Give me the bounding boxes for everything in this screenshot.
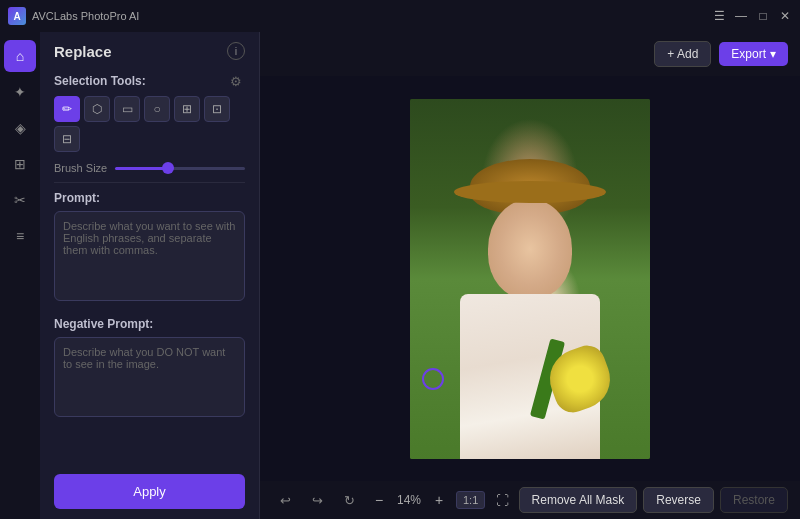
menu-button[interactable]: ☰ [712,9,726,23]
negative-prompt-label: Negative Prompt: [54,317,245,331]
prompt-section: Prompt: [40,185,259,311]
tools-grid: ✏ ⬡ ▭ ○ ⊞ ⊡ ⊟ [54,96,245,152]
reverse-button[interactable]: Reverse [643,487,714,513]
undo-button[interactable]: ↩ [272,487,298,513]
prompt-textarea[interactable] [54,211,245,301]
main-container: ⌂ ✦ ◈ ⊞ ✂ ≡ Replace i Selection Tools: ⚙… [0,32,800,519]
export-button[interactable]: Export ▾ [719,42,788,66]
brush-size-slider[interactable] [115,167,245,170]
bottom-bar: ↩ ↪ ↻ − 14% + 1:1 ⛶ Remove All Mask Reve… [260,481,800,519]
window-controls: ☰ — □ ✕ [712,9,792,23]
selection-tools-label: Selection Tools: [54,74,146,88]
redo-button[interactable]: ↪ [304,487,330,513]
prompt-label: Prompt: [54,191,245,205]
nav-icon-retouch[interactable]: ◈ [4,112,36,144]
brush-cursor [422,368,444,390]
titlebar-left: A AVCLabs PhotoPro AI [8,7,139,25]
nav-icon-home[interactable]: ⌂ [4,40,36,72]
image-container [410,99,650,459]
selection-tools-header: Selection Tools: ⚙ [54,72,245,90]
info-button[interactable]: i [227,42,245,60]
zoom-value: 14% [394,493,424,507]
restore-button[interactable]: Restore [720,487,788,513]
nav-icon-enhance[interactable]: ✦ [4,76,36,108]
export-label: Export [731,47,766,61]
main-photo [410,99,650,459]
apply-section: Apply [40,464,259,519]
close-button[interactable]: ✕ [778,9,792,23]
export-arrow: ▾ [770,47,776,61]
tool-ellipse[interactable]: ○ [144,96,170,122]
bottom-left-controls: ↩ ↪ ↻ − 14% + 1:1 ⛶ [272,487,513,513]
selection-tools-gear[interactable]: ⚙ [227,72,245,90]
content-toolbar: + Add Export ▾ [260,32,800,76]
nav-icon-settings[interactable]: ≡ [4,220,36,252]
left-panel: Replace i Selection Tools: ⚙ ✏ ⬡ ▭ ○ ⊞ ⊡… [40,32,260,519]
fit-button[interactable]: ⛶ [491,489,513,511]
remove-all-mask-button[interactable]: Remove All Mask [519,487,638,513]
selection-tools-section: Selection Tools: ⚙ ✏ ⬡ ▭ ○ ⊞ ⊡ ⊟ [40,66,259,158]
brush-size-label: Brush Size [54,162,107,174]
minimize-button[interactable]: — [734,9,748,23]
tool-image-select[interactable]: ⊞ [174,96,200,122]
titlebar: A AVCLabs PhotoPro AI ☰ — □ ✕ [0,0,800,32]
negative-prompt-textarea[interactable] [54,337,245,417]
tool-crop[interactable]: ⊡ [204,96,230,122]
panel-header: Replace i [40,32,259,66]
apply-button[interactable]: Apply [54,474,245,509]
panel-title: Replace [54,43,112,60]
tool-rect[interactable]: ▭ [114,96,140,122]
tool-brush[interactable]: ✏ [54,96,80,122]
nav-icon-cutout[interactable]: ✂ [4,184,36,216]
redo2-button[interactable]: ↻ [336,487,362,513]
app-icon: A [8,7,26,25]
tool-lasso[interactable]: ⬡ [84,96,110,122]
brush-size-row: Brush Size [40,158,259,180]
zoom-out-button[interactable]: − [368,489,390,511]
content-area: + Add Export ▾ [260,32,800,519]
zoom-in-button[interactable]: + [428,489,450,511]
negative-prompt-section: Negative Prompt: [40,311,259,427]
tool-expand[interactable]: ⊟ [54,126,80,152]
canvas-area[interactable] [260,76,800,481]
maximize-button[interactable]: □ [756,9,770,23]
divider-1 [54,182,245,183]
add-button[interactable]: + Add [654,41,711,67]
app-title: AVCLabs PhotoPro AI [32,10,139,22]
bottom-right-controls: Remove All Mask Reverse Restore [519,487,788,513]
zoom-controls: − 14% + [368,489,450,511]
nav-sidebar: ⌂ ✦ ◈ ⊞ ✂ ≡ [0,32,40,519]
nav-icon-replace[interactable]: ⊞ [4,148,36,180]
ratio-button[interactable]: 1:1 [456,491,485,509]
